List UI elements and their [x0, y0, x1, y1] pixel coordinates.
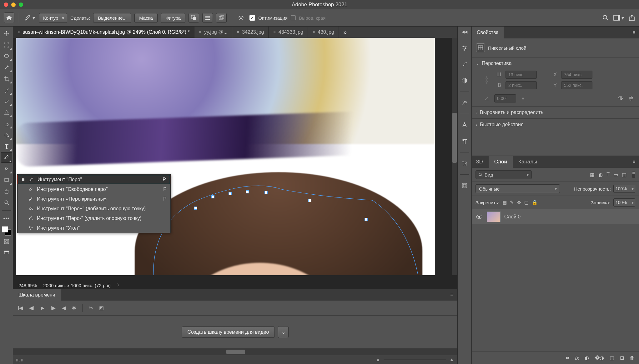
zoom-level[interactable]: 248,69% [18, 283, 37, 288]
zoom-tool[interactable] [1, 197, 12, 208]
scrollbar-vertical[interactable] [452, 38, 457, 275]
screen-mode-button[interactable] [1, 247, 12, 258]
path-anchor[interactable] [264, 191, 268, 194]
transition-button[interactable]: ◩ [99, 305, 104, 311]
flip-h-icon[interactable] [618, 95, 624, 100]
document-tab[interactable]: ×susan–wilkinson-BfWDyQ10uMk-unsplash.jp… [13, 27, 194, 38]
fx-icon[interactable]: fx [575, 355, 579, 361]
pen-tool[interactable] [1, 152, 12, 163]
blend-mode-select[interactable]: Обычные [475, 184, 560, 193]
layer-name[interactable]: Слой 0 [504, 214, 521, 220]
lock-paint-icon[interactable]: ✎ [510, 200, 514, 205]
zoom-slider[interactable] [384, 359, 446, 360]
align-section-header[interactable]: ›Выровнять и распределить [472, 106, 639, 118]
path-align-icon[interactable] [202, 13, 213, 22]
gradient-tool[interactable] [1, 130, 12, 140]
visibility-toggle[interactable] [476, 215, 483, 219]
lock-position-icon[interactable]: ✥ [517, 200, 521, 205]
brush-tool[interactable] [1, 96, 12, 107]
path-arrange-icon[interactable] [216, 13, 227, 22]
navigator-panel-icon[interactable] [459, 180, 470, 191]
panel-menu-button[interactable]: ≡ [446, 289, 457, 301]
panel-menu-button[interactable]: ≡ [629, 156, 639, 168]
height-field[interactable]: 2 пикс. [506, 81, 537, 89]
link-layers-icon[interactable]: ⇔ [566, 355, 570, 361]
brushes-panel-icon[interactable] [459, 59, 470, 70]
prev-frame-button[interactable]: ◀I [29, 305, 34, 311]
timeline-scrollbar[interactable] [13, 348, 457, 355]
fill-field[interactable]: 100% [613, 198, 635, 207]
path-anchor[interactable] [308, 199, 311, 202]
new-layer-icon[interactable]: ⊞ [620, 355, 624, 361]
pen-path[interactable] [147, 185, 435, 275]
create-timeline-dropdown[interactable]: ⌄ [278, 326, 289, 338]
split-button[interactable]: ✂ [89, 305, 93, 311]
make-selection-button[interactable]: Выделение... [93, 13, 131, 23]
flyout-item-pen[interactable]: Инструмент "Перо" P [18, 175, 170, 184]
filter-smart-icon[interactable]: ◫ [622, 172, 626, 178]
tool-mode-select[interactable]: Контур [39, 13, 67, 23]
transform-section-header[interactable]: ⌄Перспектива [472, 57, 639, 69]
mute-button[interactable]: ◀ [62, 305, 66, 311]
search-icon[interactable] [602, 14, 609, 21]
workspace-switcher[interactable]: ▾ [613, 15, 624, 21]
tab-layers[interactable]: Слои [489, 156, 513, 168]
canvas-area[interactable]: 248,69% 2000 пикс. x 1000 пикс. (72 ppi)… [13, 38, 457, 289]
document-tab[interactable]: ×34223.jpg [232, 27, 269, 38]
close-icon[interactable]: × [237, 29, 239, 35]
path-anchor[interactable] [229, 192, 232, 195]
width-field[interactable]: 13 пикс. [506, 71, 537, 79]
flyout-item-convert-point[interactable]: Инструмент "Угол" [18, 223, 170, 233]
color-panel-icon[interactable] [459, 43, 470, 53]
adjustment-icon[interactable]: �◑ [595, 355, 604, 361]
chevron-right-icon[interactable]: 〉 [117, 282, 122, 288]
filter-type-icon[interactable]: T [606, 172, 610, 178]
filter-shape-icon[interactable]: ▭ [613, 172, 618, 178]
x-field[interactable]: 754 пикс. [561, 71, 592, 79]
collapse-handle[interactable]: ◀◀ [458, 30, 471, 35]
scrollbar-thumb[interactable] [452, 113, 457, 163]
document-tab[interactable]: ×yy.jpg @... [194, 27, 232, 38]
gear-button[interactable] [236, 13, 246, 22]
character-panel-icon[interactable] [459, 120, 470, 130]
stamp-tool[interactable] [1, 107, 12, 118]
make-mask-button[interactable]: Маска [134, 13, 158, 23]
document-tab[interactable]: ×434333.jpg [269, 27, 308, 38]
create-timeline-button[interactable]: Создать шкалу времени для видео [182, 327, 275, 338]
make-shape-button[interactable]: Фигура [161, 13, 185, 23]
foreground-color[interactable] [2, 226, 8, 232]
layer-thumbnail[interactable] [487, 212, 501, 222]
type-tool[interactable] [1, 141, 12, 152]
flip-v-icon[interactable] [628, 95, 633, 102]
share-icon[interactable] [628, 14, 635, 21]
flyout-item-freeform-pen[interactable]: Инструмент "Свободное перо" P [18, 184, 170, 194]
hand-tool[interactable] [1, 186, 12, 197]
maximize-window-button[interactable] [19, 2, 23, 7]
flyout-item-curvature-pen[interactable]: Инструмент «Перо кривизны» P [18, 194, 170, 204]
paragraph-panel-icon[interactable] [459, 136, 470, 147]
scrollbar-thumb[interactable] [226, 350, 245, 354]
canvas[interactable] [16, 38, 435, 275]
layer-row[interactable]: Слой 0 [472, 209, 639, 224]
libraries-panel-icon[interactable] [459, 97, 470, 108]
next-frame-button[interactable]: I▶ [51, 305, 56, 311]
eraser-tool[interactable] [1, 118, 12, 129]
quick-select-tool[interactable] [1, 62, 12, 73]
quick-actions-header[interactable]: ›Быстрые действия [472, 118, 639, 131]
chevron-down-icon[interactable]: ▾ [522, 96, 524, 102]
path-anchor[interactable] [365, 218, 368, 221]
color-swatches[interactable] [2, 226, 11, 236]
properties-tab[interactable]: Свойства [472, 27, 504, 38]
filter-kind-select[interactable]: Вид [475, 170, 532, 179]
group-icon[interactable]: ▢ [610, 355, 614, 361]
edit-toolbar-button[interactable]: ••• [1, 213, 12, 224]
filter-toggle[interactable] [632, 172, 635, 178]
lasso-tool[interactable] [1, 51, 12, 62]
lock-pixels-icon[interactable]: ▦ [502, 200, 507, 205]
history-panel-icon[interactable] [459, 158, 470, 169]
y-field[interactable]: 552 пикс. [561, 81, 592, 89]
eyedropper-tool[interactable] [1, 85, 12, 95]
delete-icon[interactable]: 🗑 [630, 355, 635, 361]
rubber-band-checkbox[interactable]: ✓ [249, 15, 255, 21]
close-icon[interactable]: × [312, 29, 315, 35]
